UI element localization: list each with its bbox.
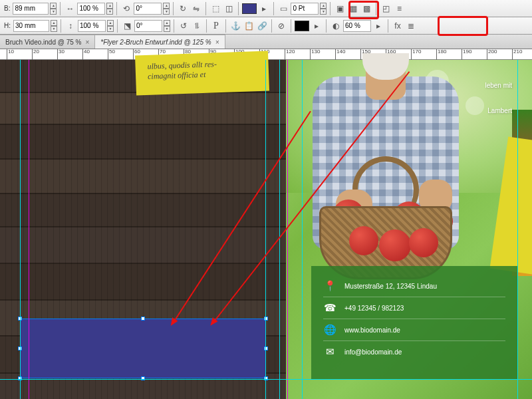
stroke-swatch[interactable] — [295, 21, 309, 31]
contact-email: info@biodomain.de — [344, 348, 402, 356]
apple — [349, 226, 378, 255]
pin-icon: 📍 — [323, 279, 336, 293]
shear-input[interactable] — [134, 20, 162, 32]
height-label: H: — [4, 22, 11, 29]
wrap-none-icon[interactable]: ▣ — [334, 3, 346, 15]
ruler-tick: 30 — [57, 49, 65, 60]
close-tab-icon[interactable]: × — [85, 39, 89, 46]
height-input[interactable] — [13, 20, 49, 32]
margin-guide[interactable] — [287, 60, 288, 399]
select-content-icon[interactable]: ◫ — [223, 3, 235, 15]
guide-vertical[interactable] — [20, 60, 21, 399]
tab-label: Bruch Video.indd @ 75 % — [5, 39, 81, 46]
script-line1: leben mit — [485, 82, 512, 89]
ruler-tick: 210 — [512, 49, 522, 60]
flip-v-icon[interactable]: ⥮ — [191, 20, 203, 32]
document-tab-bar: Bruch Video.indd @ 75 % × *Flyer 2-Bruch… — [0, 35, 532, 49]
control-panel-row-1: B: ▲▼ ↔ ▲▼ ⟲ ▲▼ ↻ ⇋ ⬚ ◫ ▸ ▭ ▲▼ ▣ ▦ ▩ ◰ ≡ — [0, 0, 532, 17]
mail-icon: ✉ — [323, 345, 336, 358]
contact-info-box: 📍 Musterstraße 12, 12345 Lindau ☎ +49 12… — [311, 266, 517, 379]
selection-handle-e[interactable] — [264, 346, 268, 350]
script-title: leben mit Lambert — [485, 66, 512, 117]
opacity-dropdown-icon[interactable]: ▸ — [372, 20, 384, 32]
guide-vertical[interactable] — [279, 60, 280, 399]
ruler-tick: 130 — [310, 49, 320, 60]
selected-rectangle[interactable] — [20, 319, 266, 378]
contact-row-address: 📍 Musterstraße 12, 12345 Lindau — [323, 275, 505, 297]
height-spinner[interactable]: ▲▼ — [51, 20, 57, 32]
guide-vertical[interactable] — [302, 60, 303, 399]
effects-icon[interactable]: fx — [392, 20, 404, 32]
opacity-input[interactable] — [343, 20, 371, 32]
fill-dropdown-icon[interactable]: ▸ — [258, 3, 270, 15]
apple — [379, 229, 411, 261]
stroke-dropdown-icon[interactable]: ▸ — [311, 20, 323, 32]
stroke-weight-spinner[interactable]: ▲▼ — [320, 3, 327, 15]
fill-swatch[interactable] — [242, 3, 257, 14]
stroke-weight-icon: ▭ — [277, 3, 289, 15]
ruler-tick: 10 — [7, 49, 14, 60]
no-fill-icon[interactable]: ⊘ — [275, 20, 287, 32]
yellow-text-line1: ulbus, quodis allt res- — [147, 59, 217, 71]
corner-options-icon[interactable]: ◰ — [380, 3, 392, 15]
width-spinner[interactable]: ▲▼ — [50, 3, 57, 15]
scale-x-icon: ↔ — [64, 3, 76, 15]
rotate-cw-icon[interactable]: ↻ — [177, 3, 189, 15]
margin-guide[interactable] — [29, 60, 29, 399]
width-input[interactable] — [13, 3, 49, 15]
contact-row-web: 🌐 www.biodomain.de — [323, 319, 505, 341]
shear-icon: ⬔ — [121, 20, 133, 32]
align-center-icon[interactable]: ≣ — [405, 20, 417, 32]
scale-x-spinner[interactable]: ▲▼ — [106, 3, 113, 15]
align-left-icon[interactable]: ≡ — [393, 3, 405, 15]
anchor-icon[interactable]: ⚓ — [229, 20, 241, 32]
tab-label: *Flyer 2-Bruch Entwurf.indd @ 125 % — [100, 39, 211, 46]
contact-phone: +49 12345 / 982123 — [344, 305, 404, 312]
selection-handle-ne[interactable] — [264, 317, 268, 321]
ruler-tick: 40 — [82, 49, 90, 60]
scale-x-input[interactable] — [77, 3, 105, 15]
link-icon[interactable]: 🔗 — [256, 20, 268, 32]
yellow-text-band: ulbus, quodis allt res- cimagnit officia… — [135, 51, 269, 96]
annotation-highlight-fill — [348, 1, 379, 19]
scale-y-spinner[interactable]: ▲▼ — [107, 20, 114, 32]
scale-y-input[interactable] — [78, 20, 106, 32]
selection-handle-se[interactable] — [264, 376, 268, 380]
scale-y-icon: ↕ — [65, 20, 76, 32]
rotation-spinner[interactable]: ▲▼ — [163, 3, 170, 15]
script-line2: Lambert — [487, 107, 512, 114]
contact-row-phone: ☎ +49 12345 / 982123 — [323, 297, 505, 319]
ruler-tick: 120 — [285, 49, 295, 60]
rotation-input[interactable] — [134, 3, 162, 15]
rotate-ccw-icon[interactable]: ↺ — [178, 20, 190, 32]
text-frame-icon[interactable]: P — [210, 20, 222, 32]
selection-handle-n[interactable] — [141, 317, 145, 321]
ruler-tick: 170 — [411, 49, 421, 60]
document-tab-2[interactable]: *Flyer 2-Bruch Entwurf.indd @ 125 % × — [95, 35, 225, 49]
ruler-tick: 50 — [108, 49, 115, 60]
ruler-tick: 140 — [335, 49, 345, 60]
shear-spinner[interactable]: ▲▼ — [164, 20, 170, 32]
document-canvas[interactable]: ulbus, quodis allt res- cimagnit officia… — [0, 60, 532, 399]
annotation-highlight-opacity — [438, 16, 488, 36]
ruler-tick: 200 — [487, 49, 497, 60]
globe-icon: 🌐 — [323, 323, 336, 336]
flip-h-icon[interactable]: ⇋ — [190, 3, 202, 15]
apple — [409, 228, 438, 257]
phone-icon: ☎ — [323, 301, 336, 315]
contact-web: www.biodomain.de — [344, 327, 400, 334]
width-label: B: — [4, 5, 10, 12]
close-tab-icon[interactable]: × — [215, 39, 219, 46]
guide-horizontal[interactable] — [0, 379, 532, 380]
guide-vertical[interactable] — [265, 60, 266, 399]
select-container-icon[interactable]: ⬚ — [209, 3, 221, 15]
contact-address: Musterstraße 12, 12345 Lindau — [344, 283, 437, 290]
stroke-weight-input[interactable] — [291, 3, 319, 15]
yellow-text-line2: cimagnit officia et — [148, 70, 206, 81]
selection-handle-s[interactable] — [141, 376, 145, 380]
ruler-tick: 190 — [462, 49, 471, 60]
ruler-tick: 180 — [436, 49, 446, 60]
paste-icon[interactable]: 📋 — [243, 20, 255, 32]
document-tab-1[interactable]: Bruch Video.indd @ 75 % × — [0, 35, 95, 49]
guide-vertical[interactable] — [517, 60, 518, 399]
